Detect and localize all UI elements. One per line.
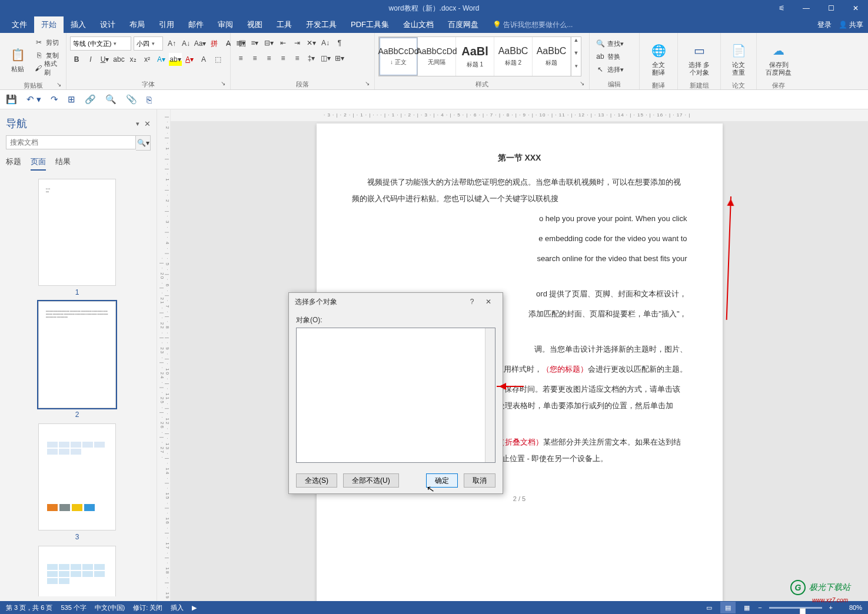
underline-button[interactable]: U▾ <box>98 53 111 66</box>
style-no-spacing[interactable]: AaBbCcDd无间隔 <box>418 37 456 76</box>
style-heading-2[interactable]: AaBbC标题 2 <box>494 37 533 76</box>
dialog-select-all-button[interactable]: 全选(S) <box>296 473 337 488</box>
styles-more-button[interactable]: ▾ <box>571 63 581 76</box>
qat-unknown-button[interactable]: ⎘ <box>147 95 152 105</box>
page-thumbnail-3[interactable] <box>38 423 116 530</box>
status-insert-mode[interactable]: 插入 <box>171 603 184 612</box>
justify-button[interactable]: ≡ <box>277 52 290 65</box>
nav-tab-pages[interactable]: 页面 <box>31 156 46 171</box>
font-size-combo[interactable]: 小四 <box>134 36 163 51</box>
ribbon-display-options-button[interactable]: ⚟ <box>769 0 794 16</box>
styles-gallery[interactable]: AaBbCcDd↓ 正文 AaBbCcDd无间隔 AaBl标题 1 AaBbC标… <box>378 36 581 76</box>
select-button[interactable]: ↖选择 ▾ <box>593 64 626 75</box>
highlight-button[interactable]: ab▾ <box>169 53 182 66</box>
superscript-button[interactable]: x² <box>141 53 154 66</box>
style-heading-1[interactable]: AaBl标题 1 <box>456 37 494 76</box>
character-border-button[interactable]: ⬚ <box>211 53 224 66</box>
sort-button[interactable]: A↓ <box>319 36 332 49</box>
replace-button[interactable]: ab替换 <box>593 51 626 62</box>
subscript-button[interactable]: x₂ <box>127 53 139 66</box>
character-shading-button[interactable]: A <box>197 53 210 66</box>
tab-review[interactable]: 审阅 <box>211 16 240 33</box>
status-word-count[interactable]: 535 个字 <box>61 603 86 612</box>
styles-scroll-up[interactable]: ▲ <box>571 37 581 50</box>
zoom-out-button[interactable]: − <box>758 604 761 611</box>
multilevel-list-button[interactable]: ⊟▾ <box>262 36 275 49</box>
numbering-button[interactable]: ≡▾ <box>248 36 261 49</box>
zoom-slider[interactable] <box>769 607 822 609</box>
paste-button[interactable]: 📋粘贴 <box>4 36 32 81</box>
font-name-combo[interactable]: 等线 (中文正) <box>70 36 131 51</box>
qat-attach-button[interactable]: 📎 <box>126 94 137 105</box>
page-thumbnail-2[interactable]: ■■■■■■■■■■■■■■■■■■■■■■ ■■■■■■■■■■ ■■■■■■… <box>38 301 116 408</box>
paragraph-launcher[interactable]: ↘ <box>365 80 370 86</box>
align-right-button[interactable]: ≡ <box>262 52 275 65</box>
cut-button[interactable]: ✂剪切 <box>32 36 62 48</box>
style-normal[interactable]: AaBbCcDd↓ 正文 <box>379 37 418 76</box>
document-area[interactable]: · 3 · | · 2 · | · 1 · | · · · | · 1 · | … <box>171 109 868 601</box>
dialog-objects-listbox[interactable] <box>296 328 495 463</box>
format-painter-button[interactable]: 🖌格式刷 <box>32 62 62 74</box>
qat-undo-button[interactable]: ↶ ▾ <box>26 94 41 105</box>
align-left-button[interactable]: ≡ <box>234 52 247 65</box>
line-spacing-button[interactable]: ‡▾ <box>305 52 318 65</box>
share-button[interactable]: 👤 共享 <box>836 20 863 30</box>
font-color-button[interactable]: A▾ <box>183 53 196 66</box>
vertical-ruler[interactable]: | · 2 · | · 1 · | · | · 1 · | · 2 · | · … <box>157 109 171 601</box>
font-launcher[interactable]: ↘ <box>221 80 225 86</box>
status-page[interactable]: 第 3 页，共 6 页 <box>6 603 52 612</box>
nav-search-input[interactable] <box>6 135 136 149</box>
qat-table-button[interactable]: ⊞ <box>68 94 75 105</box>
asian-layout-button[interactable]: ✕▾ <box>305 36 318 49</box>
increase-indent-button[interactable]: ⇥ <box>291 36 304 49</box>
tab-layout[interactable]: 布局 <box>122 16 152 33</box>
grow-font-button[interactable]: A↑ <box>165 37 178 50</box>
phonetic-guide-button[interactable]: 拼 <box>208 37 221 50</box>
login-button[interactable]: 登录 <box>817 20 832 30</box>
view-read-mode-button[interactable]: ▭ <box>701 602 717 613</box>
status-macro-icon[interactable]: ▶ <box>192 604 197 612</box>
dialog-cancel-button[interactable]: 取消 <box>464 473 495 488</box>
shrink-font-button[interactable]: A↓ <box>179 37 192 50</box>
styles-launcher[interactable]: ↘ <box>580 80 584 86</box>
page-thumbnails[interactable]: ■ ■ ■■■■ 1 ■■■■■■■■■■■■■■■■■■■■■■ ■■■■■■… <box>6 175 151 596</box>
tab-home[interactable]: 开始 <box>34 16 64 33</box>
dialog-close-button[interactable]: ✕ <box>480 298 497 306</box>
bold-button[interactable]: B <box>70 53 83 66</box>
tab-file[interactable]: 文件 <box>5 16 34 33</box>
zoom-level[interactable]: 80% <box>836 604 862 611</box>
tab-mailings[interactable]: 邮件 <box>181 16 211 33</box>
tab-design[interactable]: 设计 <box>93 16 122 33</box>
view-print-layout-button[interactable]: ▤ <box>720 602 736 613</box>
listbox-scrollbar[interactable] <box>485 328 495 462</box>
tab-wps[interactable]: 金山文档 <box>396 16 441 33</box>
dialog-ok-button[interactable]: 确定 <box>426 473 458 488</box>
qat-find-button[interactable]: 🔍 <box>105 94 117 105</box>
nav-tab-headings[interactable]: 标题 <box>6 156 21 171</box>
tab-developer[interactable]: 开发工具 <box>299 16 344 33</box>
status-track-changes[interactable]: 修订: 关闭 <box>133 603 162 612</box>
qat-save-button[interactable]: 💾 <box>6 94 17 105</box>
tab-tools[interactable]: 工具 <box>270 16 299 33</box>
zoom-in-button[interactable]: + <box>829 604 833 611</box>
italic-button[interactable]: I <box>84 53 97 66</box>
text-effects-button[interactable]: A▾ <box>155 53 168 66</box>
horizontal-ruler[interactable]: · 3 · | · 2 · | · 1 · | · · · | · 1 · | … <box>171 109 868 121</box>
save-to-baidu-button[interactable]: ☁保存到 百度网盘 <box>760 36 797 81</box>
nav-close-button[interactable]: ✕ <box>144 119 151 128</box>
distributed-button[interactable]: ≡ <box>291 52 304 65</box>
borders-button[interactable]: ⊞▾ <box>333 52 346 65</box>
status-language[interactable]: 中文(中国) <box>95 603 125 612</box>
page-thumbnail-4[interactable] <box>38 546 116 596</box>
strikethrough-button[interactable]: abc <box>112 53 125 66</box>
change-case-button[interactable]: Aa▾ <box>194 37 207 50</box>
select-multiple-objects-button[interactable]: ▭选择 多个对象 <box>681 36 717 81</box>
dialog-select-none-button[interactable]: 全部不选(U) <box>343 473 399 488</box>
close-button[interactable]: ✕ <box>843 0 868 16</box>
full-translate-button[interactable]: 🌐全文 翻译 <box>643 36 674 81</box>
show-marks-button[interactable]: ¶ <box>333 36 346 49</box>
bullets-button[interactable]: ≣▾ <box>234 36 247 49</box>
nav-search-button[interactable]: 🔍▾ <box>136 135 151 151</box>
qat-redo-button[interactable]: ↷ <box>51 94 58 105</box>
find-button[interactable]: 🔍查找 ▾ <box>593 38 626 49</box>
